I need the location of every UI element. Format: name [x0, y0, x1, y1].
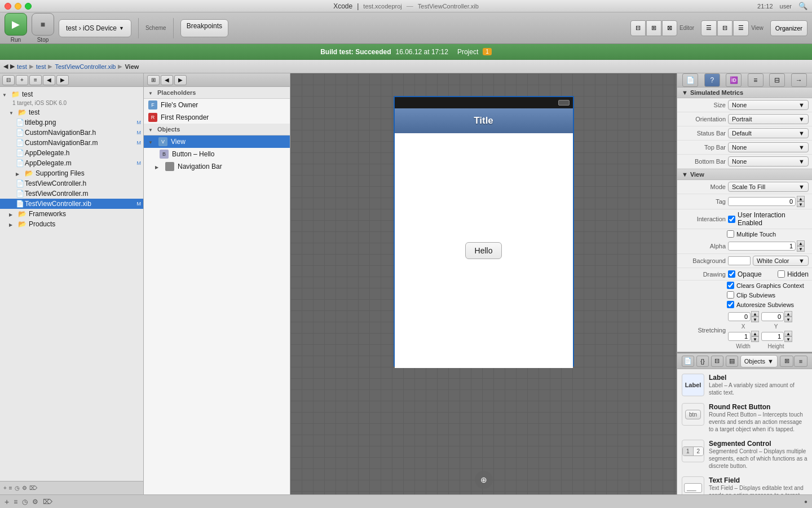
tree-item-appdelegate-m[interactable]: 📄 AppDelegate.m M [0, 158, 143, 168]
status-bar-dropdown[interactable]: Default ▼ [728, 128, 809, 138]
navigator-toggle[interactable]: ☰ [701, 20, 717, 36]
list-item-round-rect-button[interactable]: btn Round Rect Button Round Rect Button … [679, 401, 810, 435]
list-item-text-field[interactable]: ___ Text Field Text Field – Displays edi… [679, 474, 810, 494]
stretch-width-field[interactable] [728, 332, 751, 341]
ib-navigation-bar[interactable]: Navigation Bar [144, 160, 290, 173]
back-file-button[interactable]: ◀ [43, 75, 55, 85]
stretch-h-up[interactable]: ▲ [784, 331, 792, 336]
status-terminal-icon[interactable]: ⌦ [43, 498, 52, 506]
clip-subviews-checkbox[interactable] [727, 291, 734, 299]
grid-view-button[interactable]: ⊞ [780, 356, 793, 367]
expand-products-icon[interactable] [9, 221, 16, 227]
scheme-selector[interactable]: test › iOS Device ▼ [59, 19, 131, 37]
assistant-editor-button[interactable]: ⊞ [646, 20, 661, 36]
stretch-y-up[interactable]: ▲ [784, 311, 792, 317]
lib-btn-2[interactable]: {} [696, 356, 709, 367]
list-item-segmented[interactable]: 1 2 Segmented Control Segmented Control … [679, 437, 810, 472]
tag-field[interactable] [728, 197, 796, 206]
breadcrumb-item-1[interactable]: test [17, 63, 27, 70]
list-item-label[interactable]: Label Label Label – A variably sized amo… [679, 371, 810, 398]
tree-root-item[interactable]: 📁 test [0, 89, 143, 99]
ib-forward-button[interactable]: ▶ [174, 75, 187, 85]
alpha-down-button[interactable]: ▼ [797, 246, 805, 252]
tree-item-testvc-h[interactable]: 📄 TestViewController.h [0, 178, 143, 189]
add-button[interactable]: + [16, 75, 28, 85]
expand-supporting-icon[interactable] [16, 170, 23, 177]
status-filter-icon[interactable]: ≡ [14, 498, 17, 506]
opaque-checkbox[interactable] [728, 270, 735, 278]
utilities-toggle[interactable]: ☰ [733, 20, 749, 36]
object-search[interactable]: Objects ▼ [740, 355, 778, 367]
stretch-w-down[interactable]: ▼ [751, 336, 759, 342]
expand-view-icon[interactable] [148, 139, 155, 145]
tree-item-appdelegate-h[interactable]: 📄 AppDelegate.h [0, 148, 143, 158]
expand-navbar-icon[interactable] [155, 164, 162, 170]
history-icon[interactable]: ◷ [15, 485, 20, 491]
quick-help-button[interactable]: ? [704, 73, 720, 87]
organizer-button[interactable]: Organizer [770, 20, 807, 36]
terminal-icon[interactable]: ⌦ [29, 485, 37, 491]
lib-btn-3[interactable]: ⊟ [711, 356, 723, 367]
stretch-x-field[interactable] [728, 312, 751, 321]
lib-btn-1[interactable]: 📄 [682, 356, 694, 367]
window-controls[interactable] [5, 3, 32, 10]
orientation-dropdown[interactable]: Portrait ▼ [728, 114, 809, 124]
stretch-y-down[interactable]: ▼ [784, 317, 792, 322]
add-file-icon[interactable]: + [3, 485, 7, 491]
sim-hello-button[interactable]: Hello [465, 242, 502, 259]
expand-objects-icon[interactable] [148, 126, 155, 133]
expand-root-icon[interactable] [2, 91, 9, 98]
settings-icon[interactable]: ⚙ [22, 485, 27, 491]
tree-item-supporting[interactable]: 📂 Supporting Files [0, 168, 143, 178]
ib-view[interactable]: V View [144, 135, 290, 148]
hidden-checkbox[interactable] [778, 270, 785, 278]
stretch-height-field[interactable] [761, 332, 784, 341]
view-section-expand-icon[interactable]: ▼ [682, 171, 688, 178]
stretch-y-field[interactable] [761, 312, 784, 321]
stretch-x-up[interactable]: ▲ [751, 311, 759, 317]
breadcrumb-item-2[interactable]: test [36, 63, 46, 70]
simulated-metrics-expand-icon[interactable]: ▼ [682, 89, 688, 96]
identity-inspector-button[interactable]: 🆔 [726, 73, 742, 87]
alpha-up-button[interactable]: ▲ [797, 240, 805, 246]
tree-item-frameworks[interactable]: 📂 Frameworks [0, 209, 143, 219]
connections-inspector-button[interactable]: → [791, 73, 807, 87]
tree-item-custnav-m[interactable]: 📄 CustomNavigationBar.m M [0, 138, 143, 148]
mode-dropdown[interactable]: Scale To Fill ▼ [728, 182, 809, 192]
tag-down-button[interactable]: ▼ [797, 202, 805, 207]
list-view-button[interactable]: ≡ [794, 356, 807, 367]
bottom-bar-dropdown[interactable]: None ▼ [728, 156, 809, 167]
expand-frameworks-icon[interactable] [9, 211, 16, 217]
canvas-zoom-button[interactable]: ⊕ [475, 471, 493, 489]
ib-button-hello[interactable]: B Button – Hello [144, 148, 290, 160]
alpha-field[interactable] [728, 242, 796, 251]
size-dropdown[interactable]: None ▼ [728, 100, 809, 110]
filter-icon[interactable]: ≡ [9, 485, 12, 491]
nav-back-button[interactable]: ◀ [3, 63, 8, 70]
user-interaction-checkbox[interactable] [728, 216, 735, 223]
standard-editor-button[interactable]: ⊟ [630, 20, 646, 36]
size-inspector-button[interactable]: ⊟ [769, 73, 785, 87]
search-icon[interactable]: 🔍 [798, 2, 807, 10]
nav-forward-button[interactable]: ▶ [10, 63, 15, 70]
sort-button[interactable]: ≡ [29, 75, 42, 85]
multiple-touch-checkbox[interactable] [727, 230, 734, 238]
debug-toggle[interactable]: ⊟ [717, 20, 732, 36]
status-add-icon[interactable]: + [5, 497, 9, 506]
stretch-h-down[interactable]: ▼ [784, 336, 792, 342]
ib-grid-button[interactable]: ⊞ [147, 75, 160, 85]
tree-item-test-group[interactable]: 📂 test [0, 107, 143, 117]
minimize-button[interactable] [15, 3, 21, 10]
tag-up-button[interactable]: ▲ [797, 196, 805, 202]
clears-graphics-checkbox[interactable] [727, 282, 734, 289]
ib-first-responder[interactable]: R First Responder [144, 111, 290, 124]
breadcrumb-item-3[interactable]: TestViewController.xib [55, 63, 116, 70]
stop-button[interactable]: ■ [32, 13, 54, 36]
breakpoints-button[interactable]: Breakpoints [180, 19, 228, 37]
tree-item-testvc-m[interactable]: 📄 TestViewController.m [0, 189, 143, 199]
expand-placeholders-icon[interactable] [148, 90, 155, 96]
background-dropdown[interactable]: White Color ▼ [753, 256, 809, 266]
lib-btn-4[interactable]: ▤ [726, 356, 738, 367]
close-button[interactable] [5, 3, 11, 10]
file-inspector-button[interactable]: 📄 [682, 73, 698, 87]
